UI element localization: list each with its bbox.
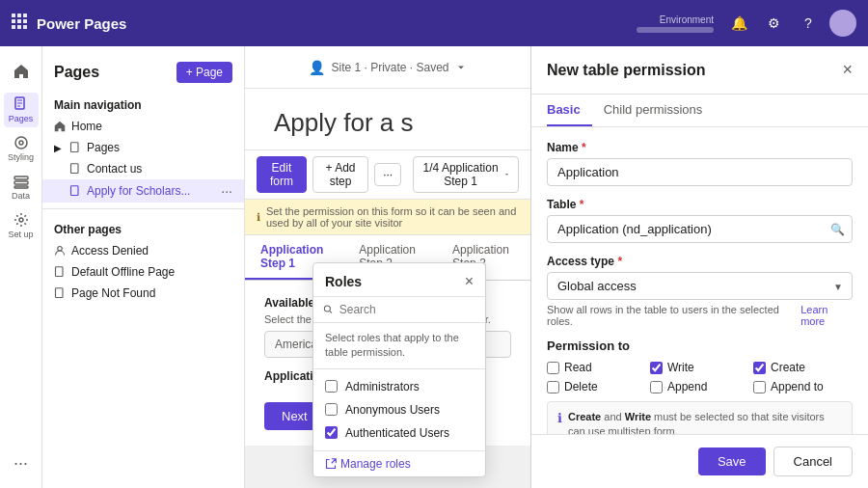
sidebar-item-contact[interactable]: Contact us	[42, 158, 244, 179]
append-checkbox[interactable]	[650, 381, 663, 393]
step-selector-button[interactable]: 1/4 Application Step 1	[413, 156, 519, 193]
svg-rect-17	[14, 186, 28, 188]
search-icon	[323, 304, 334, 315]
sidebar-pages-label: Pages	[87, 141, 232, 154]
roles-modal-close[interactable]: ×	[465, 273, 474, 290]
create-checkbox[interactable]	[753, 362, 766, 374]
rail-item-setup[interactable]: Set up	[4, 208, 39, 243]
perm-read[interactable]: Read	[547, 361, 646, 374]
anon-label: Anonymous Users	[345, 403, 440, 417]
roles-modal-header: Roles ×	[313, 263, 485, 297]
add-page-button[interactable]: + Page	[176, 62, 232, 83]
panel-title: New table permission	[547, 62, 706, 79]
svg-rect-8	[23, 25, 27, 29]
panel-tab-basic[interactable]: Basic	[547, 95, 592, 126]
roles-item-anon[interactable]: Anonymous Users	[313, 398, 485, 421]
rail-item-data[interactable]: Data	[4, 170, 39, 204]
chevron-down-icon[interactable]	[455, 62, 467, 73]
rail-more-button[interactable]: ···	[4, 446, 39, 480]
svg-point-22	[58, 247, 63, 252]
roles-item-admin[interactable]: Administrators	[313, 375, 485, 398]
rail-pages-label: Pages	[9, 114, 34, 123]
admin-checkbox[interactable]	[325, 380, 338, 393]
site-info: Site 1 · Private · Saved	[331, 61, 448, 74]
table-input[interactable]	[547, 215, 853, 243]
chevron-right-icon: ▶	[54, 143, 62, 153]
access-type-select[interactable]: Global access Contact Account Self	[547, 272, 853, 300]
step-label: 1/4 Application Step 1	[421, 161, 500, 188]
svg-rect-1	[17, 14, 21, 17]
access-type-wrapper: Global access Contact Account Self ▼	[547, 272, 853, 300]
more-icon[interactable]: ···	[221, 183, 232, 199]
perm-delete[interactable]: Delete	[547, 380, 646, 393]
rail-styling-label: Styling	[8, 152, 34, 162]
manage-roles-link[interactable]: Manage roles	[325, 457, 474, 471]
panel-tab-child[interactable]: Child permissions	[604, 95, 715, 126]
perm-note: ℹ Create and Write must be selected so t…	[547, 401, 853, 434]
write-label: Write	[667, 361, 694, 374]
anon-checkbox[interactable]	[325, 403, 338, 416]
svg-point-25	[324, 306, 330, 312]
sidebar-item-pages[interactable]: ▶ Pages	[42, 137, 244, 158]
sidebar-item-offline[interactable]: Default Offline Page	[42, 261, 244, 283]
perm-append[interactable]: Append	[650, 380, 749, 393]
roles-item-auth[interactable]: Authenticated Users	[313, 421, 485, 445]
roles-modal-title: Roles	[325, 274, 362, 289]
name-input[interactable]	[547, 158, 853, 186]
read-checkbox[interactable]	[547, 362, 559, 374]
roles-modal-desc: Select roles that apply to the table per…	[313, 323, 485, 369]
page-icon-active	[69, 185, 81, 197]
access-type-label: Access type *	[547, 255, 853, 268]
perm-append-to[interactable]: Append to	[753, 380, 853, 393]
auth-checkbox[interactable]	[325, 426, 338, 439]
write-checkbox[interactable]	[650, 362, 663, 374]
notifications-button[interactable]: 🔔	[725, 10, 752, 37]
content-area: 👤 Site 1 · Private · Saved Apply for a s…	[245, 46, 530, 488]
avatar[interactable]	[829, 10, 856, 37]
svg-rect-7	[17, 25, 21, 29]
sidebar-item-access-denied[interactable]: Access Denied	[42, 240, 244, 261]
access-desc: Show all rows in the table to users in t…	[547, 304, 853, 327]
settings-button[interactable]: ⚙	[760, 10, 787, 37]
help-button[interactable]: ?	[795, 10, 822, 37]
append-to-checkbox[interactable]	[753, 381, 766, 393]
rail-item-home[interactable]	[4, 54, 39, 89]
edit-form-button[interactable]: Edit form	[257, 156, 307, 193]
sidebar-item-home[interactable]: Home	[42, 116, 244, 137]
permissions-grid: Read Write Create Delete	[547, 361, 853, 393]
perm-note-text: Create and Write must be selected so tha…	[568, 410, 842, 434]
panel-close-button[interactable]: ×	[842, 60, 853, 80]
grid-icon[interactable]	[12, 14, 27, 33]
svg-rect-23	[56, 267, 64, 277]
svg-rect-24	[56, 288, 64, 298]
cancel-button[interactable]: Cancel	[773, 447, 853, 476]
more-options-button[interactable]: ···	[374, 163, 401, 186]
roles-overlay: Roles × Select roles that apply to the t…	[312, 262, 486, 477]
main-nav-label: Main navigation	[42, 91, 244, 116]
rail-item-pages[interactable]: Pages	[4, 93, 39, 127]
info-text: Set the permission on this form so it ca…	[266, 205, 519, 229]
manage-roles-label: Manage roles	[340, 457, 411, 471]
name-field-group: Name *	[547, 141, 853, 186]
svg-rect-19	[71, 143, 79, 152]
svg-rect-21	[71, 186, 79, 196]
add-step-button[interactable]: + Add step	[312, 156, 368, 193]
learn-more-link[interactable]: Learn more	[800, 304, 853, 327]
table-label: Table *	[547, 198, 853, 211]
svg-rect-5	[23, 19, 27, 23]
delete-checkbox[interactable]	[547, 381, 559, 393]
svg-point-18	[19, 218, 23, 222]
content-topbar: 👤 Site 1 · Private · Saved	[245, 46, 530, 89]
sidebar-item-apply[interactable]: Apply for Scholars... ···	[42, 179, 244, 203]
roles-search-input[interactable]	[339, 303, 475, 316]
sidebar-item-notfound[interactable]: Page Not Found	[42, 283, 244, 304]
roles-search-area	[313, 297, 485, 323]
name-label: Name *	[547, 141, 853, 154]
perm-write[interactable]: Write	[650, 361, 749, 374]
sidebar-contact-label: Contact us	[87, 162, 232, 176]
save-button[interactable]: Save	[698, 447, 766, 475]
rail-item-styling[interactable]: Styling	[4, 131, 39, 166]
panel-body: Name * Table * 🔍 Access type *	[531, 127, 868, 434]
perm-create[interactable]: Create	[753, 361, 853, 374]
sidebar-offline-label: Default Offline Page	[71, 265, 232, 279]
